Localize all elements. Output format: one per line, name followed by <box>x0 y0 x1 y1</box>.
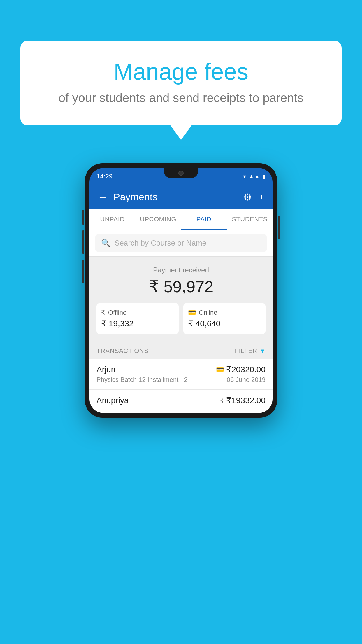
search-placeholder: Search by Course or Name <box>115 239 206 248</box>
offline-amount: ₹ 19,332 <box>101 319 174 328</box>
transaction-amount-2: ₹19332.00 <box>226 396 266 405</box>
online-icon: 💳 <box>188 309 196 316</box>
speech-bubble: Manage fees of your students and send re… <box>20 41 342 125</box>
add-button[interactable]: + <box>259 192 264 202</box>
settings-button[interactable]: ⚙ <box>243 192 252 203</box>
volume-down-button <box>82 260 84 283</box>
transaction-top-1: Arjun 💳 ₹20320.00 <box>96 365 266 374</box>
status-icons: ▾ ▲▲ ▮ <box>243 173 266 180</box>
tab-unpaid[interactable]: UNPAID <box>89 209 135 230</box>
background: Manage fees of your students and send re… <box>0 0 362 644</box>
manage-fees-subtitle: of your students and send receipts to pa… <box>44 91 318 105</box>
offline-icon: ₹ <box>101 309 105 316</box>
transactions-label: TRANSACTIONS <box>96 347 148 355</box>
online-card-header: 💳 Online <box>188 309 261 316</box>
transaction-type-icon-2: ₹ <box>220 397 224 404</box>
battery-icon: ▮ <box>262 173 266 180</box>
speech-bubble-container: Manage fees of your students and send re… <box>20 41 342 125</box>
manage-fees-title: Manage fees <box>44 58 318 85</box>
tabs-container: UNPAID UPCOMING PAID STUDENTS <box>89 209 273 230</box>
payment-summary: Payment received ₹ 59,972 ₹ Offline ₹ 19… <box>89 257 273 341</box>
offline-label: Offline <box>108 309 126 316</box>
back-button[interactable]: ← <box>98 191 108 203</box>
online-label: Online <box>199 309 217 316</box>
transaction-row[interactable]: Anupriya ₹ ₹19332.00 <box>89 390 273 413</box>
transaction-amount-wrap-1: 💳 ₹20320.00 <box>216 365 266 374</box>
status-time: 14:29 <box>96 173 113 180</box>
transaction-name-2: Anupriya <box>96 396 129 405</box>
search-icon: 🔍 <box>101 239 110 248</box>
transaction-date-1: 06 June 2019 <box>227 376 266 384</box>
phone-frame: 14:29 ▾ ▲▲ ▮ ← Payments ⚙ <box>85 163 277 418</box>
transaction-row[interactable]: Arjun 💳 ₹20320.00 Physics Batch 12 Insta… <box>89 359 273 390</box>
search-container: 🔍 Search by Course or Name <box>89 230 273 257</box>
transaction-bottom-1: Physics Batch 12 Installment - 2 06 June… <box>96 376 266 384</box>
power-button <box>278 216 280 239</box>
offline-card-header: ₹ Offline <box>101 309 174 316</box>
app-header: ← Payments ⚙ + <box>89 185 273 209</box>
payment-cards: ₹ Offline ₹ 19,332 💳 Online ₹ 40,640 <box>96 303 266 334</box>
transaction-top-2: Anupriya ₹ ₹19332.00 <box>96 396 266 405</box>
tab-paid[interactable]: PAID <box>181 209 227 230</box>
transaction-name-1: Arjun <box>96 365 115 374</box>
signal-icon: ▲▲ <box>248 173 260 180</box>
payment-received-label: Payment received <box>96 266 266 274</box>
transactions-header: TRANSACTIONS FILTER ▼ <box>89 341 273 359</box>
mute-button <box>82 210 84 225</box>
online-card: 💳 Online ₹ 40,640 <box>183 303 266 334</box>
header-actions: ⚙ + <box>243 192 264 203</box>
phone-screen: 14:29 ▾ ▲▲ ▮ ← Payments ⚙ <box>89 168 273 413</box>
filter-icon: ▼ <box>260 348 266 354</box>
filter-button[interactable]: FILTER ▼ <box>235 347 266 355</box>
transaction-course-1: Physics Batch 12 Installment - 2 <box>96 376 188 384</box>
wifi-icon: ▾ <box>243 173 246 180</box>
camera <box>178 171 184 176</box>
transaction-type-icon-1: 💳 <box>216 366 224 373</box>
transaction-amount-1: ₹20320.00 <box>226 365 266 374</box>
header-title: Payments <box>113 191 238 203</box>
payment-total-amount: ₹ 59,972 <box>96 277 266 296</box>
search-bar[interactable]: 🔍 Search by Course or Name <box>95 235 267 252</box>
online-amount: ₹ 40,640 <box>188 319 261 328</box>
notch <box>164 168 198 178</box>
tab-upcoming[interactable]: UPCOMING <box>135 209 181 230</box>
filter-label: FILTER <box>235 347 257 355</box>
status-bar: 14:29 ▾ ▲▲ ▮ <box>89 168 273 185</box>
tab-students[interactable]: STUDENTS <box>227 209 273 230</box>
offline-card: ₹ Offline ₹ 19,332 <box>96 303 179 334</box>
volume-up-button <box>82 230 84 254</box>
transaction-amount-wrap-2: ₹ ₹19332.00 <box>220 396 266 405</box>
phone-frame-container: 14:29 ▾ ▲▲ ▮ ← Payments ⚙ <box>85 163 277 418</box>
